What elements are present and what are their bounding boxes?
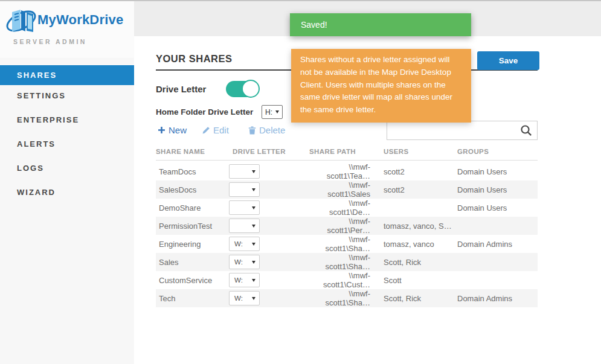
- users-cell: scott2: [384, 185, 457, 194]
- table-row: DemoShare \\mwf-scott1\De… Domain Users: [156, 199, 538, 217]
- home-folder-drive-letter-label: Home Folder Drive Letter: [156, 107, 253, 117]
- col-share-path: SHARE PATH: [309, 148, 356, 155]
- edit-button-label: Edit: [213, 125, 229, 135]
- search-icon[interactable]: [520, 124, 532, 136]
- sidebar-item-wizard[interactable]: WIZARD: [0, 188, 134, 197]
- caret-down-icon: [252, 188, 256, 191]
- drive-letter-select[interactable]: [229, 164, 260, 179]
- share-path-cell: \\mwf-scott1\Per…: [309, 217, 384, 235]
- groups-cell: Domain Users: [457, 203, 538, 212]
- sidebar-item-enterprise[interactable]: ENTERPRISE: [0, 115, 134, 124]
- saved-toast: Saved!: [290, 13, 471, 36]
- sidebar: MyWorkDrive SERVER ADMIN SHARES SETTINGS…: [0, 0, 134, 364]
- new-button[interactable]: New: [158, 125, 187, 135]
- sidebar-item-shares[interactable]: SHARES: [0, 65, 134, 85]
- caret-down-icon: [252, 206, 256, 209]
- app-subtitle: SERVER ADMIN: [13, 38, 87, 45]
- share-name-cell: Engineering: [156, 240, 233, 249]
- caret-down-icon: [252, 297, 256, 300]
- drive-letter-cell: W:: [233, 273, 309, 287]
- groups-cell: Domain Users: [457, 167, 538, 176]
- drive-letter-select[interactable]: W:: [229, 273, 260, 287]
- caret-down-icon: [252, 279, 256, 282]
- search-box: [387, 121, 538, 140]
- share-path-cell: \\mwf-scott1\Cust…: [309, 271, 384, 289]
- users-cell: scott2: [384, 167, 457, 176]
- page-title: YOUR SHARES: [156, 53, 233, 65]
- table-row: TeamDocs \\mwf-scott1\Tea… scott2 Domain…: [156, 162, 538, 180]
- table-row: Sales W: \\mwf-scott1\Sha… Scott, Rick: [156, 253, 538, 271]
- table-row: SalesDocs \\mwf-scott1\Sales scott2 Doma…: [156, 180, 538, 199]
- drive-letter-select[interactable]: W:: [229, 237, 260, 251]
- share-path-cell: \\mwf-scott1\Sha…: [309, 289, 384, 307]
- trash-icon: [248, 126, 256, 135]
- drive-letter-select[interactable]: [229, 182, 260, 197]
- groups-cell: Domain Admins: [457, 240, 538, 249]
- table-row: PermissionTest \\mwf-scott1\Per… tomasz,…: [156, 217, 538, 235]
- col-groups: GROUPS: [457, 148, 489, 155]
- sidebar-item-logs[interactable]: LOGS: [0, 164, 134, 173]
- app-title: MyWorkDrive: [37, 12, 123, 28]
- users-cell: Scott, Rick: [384, 258, 457, 267]
- share-name-cell: DemoShare: [156, 203, 233, 212]
- table-row: Engineering W: \\mwf-scott1\Sha… tomasz,…: [156, 235, 538, 253]
- drive-letter-value: W:: [234, 276, 243, 284]
- share-path-cell: \\mwf-scott1\Sha…: [309, 235, 384, 253]
- share-path-cell: \\mwf-scott1\De…: [309, 199, 384, 217]
- table-header: SHARE NAME DRIVE LETTER SHARE PATH USERS…: [156, 145, 538, 161]
- col-share-name: SHARE NAME: [156, 148, 205, 155]
- sidebar-item-alerts[interactable]: ALERTS: [0, 139, 134, 148]
- drive-letter-value: W:: [234, 258, 243, 266]
- share-name-cell: SalesDocs: [156, 185, 233, 194]
- plus-icon: [158, 126, 166, 134]
- save-button[interactable]: Save: [477, 51, 539, 70]
- search-input[interactable]: [387, 122, 520, 139]
- home-folder-drive-letter-value: H:: [265, 108, 272, 117]
- delete-button-label: Delete: [259, 125, 285, 135]
- delete-button[interactable]: Delete: [248, 125, 285, 135]
- drive-letter-select[interactable]: [229, 219, 260, 233]
- sidebar-item-settings[interactable]: SETTINGS: [0, 91, 134, 100]
- myworkdrive-logo-icon: [5, 5, 37, 36]
- myworkdrive-admin-page: MyWorkDrive SERVER ADMIN SHARES SETTINGS…: [0, 0, 601, 364]
- share-path-cell: \\mwf-scott1\Sales: [309, 180, 384, 199]
- logo: MyWorkDrive SERVER ADMIN: [0, 0, 134, 58]
- share-name-cell: Tech: [156, 294, 233, 303]
- users-cell: Scott, Rick: [384, 294, 457, 303]
- col-users: USERS: [384, 148, 409, 155]
- caret-down-icon: [275, 110, 279, 113]
- drive-letter-cell: W:: [233, 255, 309, 269]
- drive-letter-cell: W:: [233, 291, 309, 305]
- users-cell: tomasz, vanco, S…: [384, 222, 457, 231]
- share-name-cell: TeamDocs: [156, 167, 233, 176]
- drive-letter-tooltip: Shares without a drive letter assigned w…: [291, 49, 471, 123]
- users-cell: tomasz, vanco: [384, 240, 457, 249]
- drive-letter-cell: [233, 200, 309, 215]
- home-folder-drive-letter-select[interactable]: H:: [262, 105, 283, 119]
- drive-letter-value: W:: [234, 295, 243, 302]
- drive-letter-select[interactable]: W:: [229, 291, 260, 305]
- share-path-cell: \\mwf-scott1\Tea…: [309, 162, 384, 180]
- drive-letter-cell: [233, 219, 309, 233]
- caret-down-icon: [252, 261, 256, 264]
- drive-letter-select[interactable]: W:: [229, 255, 260, 269]
- edit-button[interactable]: Edit: [202, 125, 229, 135]
- shares-table: SHARE NAME DRIVE LETTER SHARE PATH USERS…: [156, 145, 538, 307]
- col-drive-letter: DRIVE LETTER: [233, 148, 286, 155]
- groups-cell: Domain Admins: [457, 294, 538, 303]
- table-row: Tech W: \\mwf-scott1\Sha… Scott, Rick Do…: [156, 289, 538, 307]
- drive-letter-label: Drive Letter: [156, 84, 206, 94]
- table-row: CustomService W: \\mwf-scott1\Cust… Scot…: [156, 271, 538, 289]
- pencil-icon: [202, 126, 210, 135]
- table-body: TeamDocs \\mwf-scott1\Tea… scott2 Domain…: [156, 162, 538, 307]
- caret-down-icon: [252, 225, 256, 228]
- drive-letter-cell: W:: [233, 237, 309, 251]
- share-name-cell: CustomService: [156, 276, 233, 285]
- share-name-cell: Sales: [156, 258, 233, 267]
- groups-cell: Domain Users: [457, 185, 538, 194]
- drive-letter-toggle[interactable]: [226, 81, 259, 97]
- share-name-cell: PermissionTest: [156, 222, 233, 231]
- drive-letter-select[interactable]: [229, 200, 260, 215]
- new-button-label: New: [169, 125, 187, 135]
- toggle-knob: [242, 80, 260, 98]
